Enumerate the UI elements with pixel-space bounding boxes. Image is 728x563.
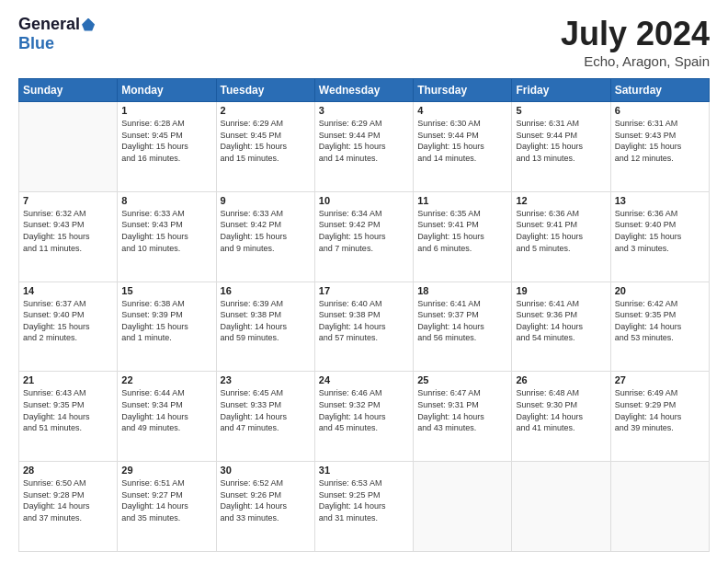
day-number: 8 [121, 195, 211, 206]
logo-icon [82, 18, 95, 31]
day-number: 6 [615, 105, 705, 116]
main-title: July 2024 [561, 15, 710, 53]
day-cell: 9Sunrise: 6:33 AM Sunset: 9:42 PM Daylig… [216, 191, 314, 282]
header: General Blue July 2024 Echo, Aragon, Spa… [18, 15, 710, 69]
day-info: Sunrise: 6:41 AM Sunset: 9:36 PM Dayligh… [516, 298, 606, 344]
day-number: 17 [319, 285, 409, 296]
day-info: Sunrise: 6:28 AM Sunset: 9:45 PM Dayligh… [121, 118, 211, 164]
day-cell: 11Sunrise: 6:35 AM Sunset: 9:41 PM Dayli… [414, 191, 512, 282]
day-cell: 27Sunrise: 6:49 AM Sunset: 9:29 PM Dayli… [610, 372, 709, 462]
page: General Blue July 2024 Echo, Aragon, Spa… [0, 0, 728, 563]
day-cell: 20Sunrise: 6:42 AM Sunset: 9:35 PM Dayli… [610, 282, 709, 372]
day-cell: 24Sunrise: 6:46 AM Sunset: 9:32 PM Dayli… [314, 372, 413, 462]
day-cell: 19Sunrise: 6:41 AM Sunset: 9:36 PM Dayli… [512, 282, 610, 372]
week-row-3: 14Sunrise: 6:37 AM Sunset: 9:40 PM Dayli… [19, 282, 710, 372]
day-cell [512, 462, 610, 552]
day-cell [610, 462, 709, 552]
day-cell: 15Sunrise: 6:38 AM Sunset: 9:39 PM Dayli… [118, 282, 216, 372]
day-cell [19, 102, 118, 192]
day-info: Sunrise: 6:50 AM Sunset: 9:28 PM Dayligh… [23, 477, 113, 523]
day-cell [414, 462, 512, 552]
day-number: 1 [121, 105, 211, 116]
day-number: 27 [615, 374, 705, 385]
day-info: Sunrise: 6:39 AM Sunset: 9:38 PM Dayligh… [221, 298, 311, 344]
day-number: 20 [615, 285, 705, 296]
day-info: Sunrise: 6:52 AM Sunset: 9:26 PM Dayligh… [221, 477, 311, 523]
day-cell: 18Sunrise: 6:41 AM Sunset: 9:37 PM Dayli… [414, 282, 512, 372]
day-number: 3 [319, 105, 409, 116]
day-info: Sunrise: 6:31 AM Sunset: 9:43 PM Dayligh… [615, 118, 705, 164]
day-number: 12 [516, 195, 606, 206]
day-info: Sunrise: 6:30 AM Sunset: 9:44 PM Dayligh… [417, 118, 507, 164]
day-info: Sunrise: 6:46 AM Sunset: 9:32 PM Dayligh… [319, 387, 409, 433]
day-cell: 14Sunrise: 6:37 AM Sunset: 9:40 PM Dayli… [19, 282, 118, 372]
day-cell: 17Sunrise: 6:40 AM Sunset: 9:38 PM Dayli… [314, 282, 413, 372]
day-cell: 21Sunrise: 6:43 AM Sunset: 9:35 PM Dayli… [19, 372, 118, 462]
day-cell: 26Sunrise: 6:48 AM Sunset: 9:30 PM Dayli… [512, 372, 610, 462]
day-cell: 8Sunrise: 6:33 AM Sunset: 9:43 PM Daylig… [118, 191, 216, 282]
day-cell: 2Sunrise: 6:29 AM Sunset: 9:45 PM Daylig… [216, 102, 314, 192]
day-number: 24 [319, 374, 409, 385]
day-number: 28 [23, 465, 113, 476]
day-number: 26 [516, 374, 606, 385]
col-header-saturday: Saturday [610, 79, 709, 102]
day-number: 15 [121, 285, 211, 296]
day-cell: 29Sunrise: 6:51 AM Sunset: 9:27 PM Dayli… [118, 462, 216, 552]
day-info: Sunrise: 6:44 AM Sunset: 9:34 PM Dayligh… [121, 387, 211, 433]
day-number: 19 [516, 285, 606, 296]
day-number: 16 [221, 285, 311, 296]
day-info: Sunrise: 6:31 AM Sunset: 9:44 PM Dayligh… [516, 118, 606, 164]
day-info: Sunrise: 6:36 AM Sunset: 9:40 PM Dayligh… [615, 208, 705, 254]
logo-general: General [18, 15, 80, 34]
day-cell: 31Sunrise: 6:53 AM Sunset: 9:25 PM Dayli… [314, 462, 413, 552]
title-block: July 2024 Echo, Aragon, Spain [561, 15, 710, 69]
day-cell: 7Sunrise: 6:32 AM Sunset: 9:43 PM Daylig… [19, 191, 118, 282]
day-cell: 6Sunrise: 6:31 AM Sunset: 9:43 PM Daylig… [610, 102, 709, 192]
day-cell: 4Sunrise: 6:30 AM Sunset: 9:44 PM Daylig… [414, 102, 512, 192]
day-info: Sunrise: 6:45 AM Sunset: 9:33 PM Dayligh… [221, 387, 311, 433]
day-cell: 23Sunrise: 6:45 AM Sunset: 9:33 PM Dayli… [216, 372, 314, 462]
day-cell: 10Sunrise: 6:34 AM Sunset: 9:42 PM Dayli… [314, 191, 413, 282]
day-cell: 30Sunrise: 6:52 AM Sunset: 9:26 PM Dayli… [216, 462, 314, 552]
day-number: 13 [615, 195, 705, 206]
day-cell: 3Sunrise: 6:29 AM Sunset: 9:44 PM Daylig… [314, 102, 413, 192]
logo: General Blue [18, 15, 95, 53]
subtitle: Echo, Aragon, Spain [561, 53, 710, 69]
week-row-1: 1Sunrise: 6:28 AM Sunset: 9:45 PM Daylig… [19, 102, 710, 192]
day-info: Sunrise: 6:32 AM Sunset: 9:43 PM Dayligh… [23, 208, 113, 254]
day-number: 11 [417, 195, 507, 206]
day-number: 14 [23, 285, 113, 296]
day-info: Sunrise: 6:53 AM Sunset: 9:25 PM Dayligh… [319, 477, 409, 523]
day-number: 10 [319, 195, 409, 206]
day-number: 25 [417, 374, 507, 385]
day-number: 9 [221, 195, 311, 206]
day-info: Sunrise: 6:29 AM Sunset: 9:44 PM Dayligh… [319, 118, 409, 164]
day-cell: 28Sunrise: 6:50 AM Sunset: 9:28 PM Dayli… [19, 462, 118, 552]
day-cell: 25Sunrise: 6:47 AM Sunset: 9:31 PM Dayli… [414, 372, 512, 462]
col-header-monday: Monday [118, 79, 216, 102]
day-cell: 5Sunrise: 6:31 AM Sunset: 9:44 PM Daylig… [512, 102, 610, 192]
day-info: Sunrise: 6:38 AM Sunset: 9:39 PM Dayligh… [121, 298, 211, 344]
day-info: Sunrise: 6:51 AM Sunset: 9:27 PM Dayligh… [121, 477, 211, 523]
week-row-2: 7Sunrise: 6:32 AM Sunset: 9:43 PM Daylig… [19, 191, 710, 282]
week-row-5: 28Sunrise: 6:50 AM Sunset: 9:28 PM Dayli… [19, 462, 710, 552]
logo-blue: Blue [18, 34, 54, 53]
day-info: Sunrise: 6:35 AM Sunset: 9:41 PM Dayligh… [417, 208, 507, 254]
day-number: 31 [319, 465, 409, 476]
day-info: Sunrise: 6:41 AM Sunset: 9:37 PM Dayligh… [417, 298, 507, 344]
day-cell: 16Sunrise: 6:39 AM Sunset: 9:38 PM Dayli… [216, 282, 314, 372]
day-info: Sunrise: 6:49 AM Sunset: 9:29 PM Dayligh… [615, 387, 705, 433]
day-number: 5 [516, 105, 606, 116]
col-header-friday: Friday [512, 79, 610, 102]
day-info: Sunrise: 6:48 AM Sunset: 9:30 PM Dayligh… [516, 387, 606, 433]
col-header-tuesday: Tuesday [216, 79, 314, 102]
day-info: Sunrise: 6:37 AM Sunset: 9:40 PM Dayligh… [23, 298, 113, 344]
day-info: Sunrise: 6:42 AM Sunset: 9:35 PM Dayligh… [615, 298, 705, 344]
day-number: 23 [221, 374, 311, 385]
day-number: 21 [23, 374, 113, 385]
day-info: Sunrise: 6:40 AM Sunset: 9:38 PM Dayligh… [319, 298, 409, 344]
day-cell: 1Sunrise: 6:28 AM Sunset: 9:45 PM Daylig… [118, 102, 216, 192]
day-number: 2 [221, 105, 311, 116]
day-number: 30 [221, 465, 311, 476]
header-row: SundayMondayTuesdayWednesdayThursdayFrid… [19, 79, 710, 102]
